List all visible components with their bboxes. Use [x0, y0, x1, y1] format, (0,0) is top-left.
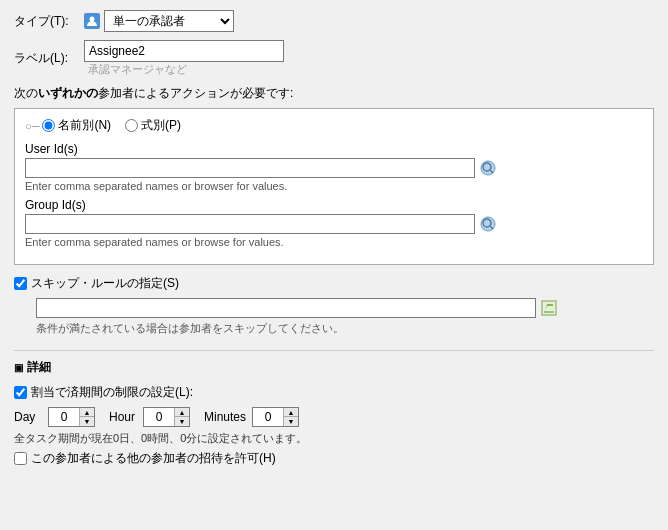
radio-name-input[interactable]: [42, 119, 55, 132]
radio-group-box: ○─ 名前別(N) 式別(P) User Id(s) Enter comma s…: [14, 108, 654, 265]
type-select[interactable]: 単一の承認者: [104, 10, 234, 32]
skip-rule-checkbox-row: スキップ・ルールの指定(S): [14, 275, 654, 292]
minutes-spinner: ▲ ▼: [252, 407, 299, 427]
group-id-input-row: [25, 214, 643, 234]
hour-input[interactable]: [144, 408, 174, 426]
day-label: Day: [14, 410, 42, 424]
hour-down-button[interactable]: ▼: [175, 417, 189, 426]
details-title: ▣ 詳細: [14, 359, 654, 376]
group-id-label: Group Id(s): [25, 198, 643, 212]
type-icon: [84, 13, 100, 29]
svg-point-0: [90, 17, 95, 22]
day-spinner-buttons: ▲ ▼: [79, 408, 94, 426]
type-row: タイプ(T): 単一の承認者: [14, 10, 654, 32]
hour-spinner: ▲ ▼: [143, 407, 190, 427]
minutes-up-button[interactable]: ▲: [284, 408, 298, 417]
radio-formula: 式別(P): [125, 117, 181, 134]
radio-name-label: 名前別(N): [58, 117, 111, 134]
skip-hint: 条件が満たされている場合は参加者をスキップしてください。: [36, 321, 654, 336]
skip-rule-checkbox-label: スキップ・ルールの指定(S): [31, 275, 179, 292]
minutes-input[interactable]: [253, 408, 283, 426]
user-id-input-row: [25, 158, 643, 178]
section-desc-bold: いずれかの: [38, 86, 98, 100]
collapse-icon: ▣: [14, 362, 23, 373]
time-limit-label: 割当で済期間の制限の設定(L):: [31, 384, 193, 401]
user-id-input[interactable]: [25, 158, 475, 178]
hour-spinner-buttons: ▲ ▼: [174, 408, 189, 426]
hour-up-button[interactable]: ▲: [175, 408, 189, 417]
label-input[interactable]: [84, 40, 284, 62]
radio-formula-input[interactable]: [125, 119, 138, 132]
time-limit-checkbox[interactable]: [14, 386, 27, 399]
group-id-browse-icon[interactable]: [479, 215, 497, 233]
label-row: ラベル(L): 承認マネージャなど: [14, 40, 654, 77]
radio-legend: ○─ 名前別(N) 式別(P): [25, 117, 643, 134]
invite-label: この参加者による他の参加者の招待を許可(H): [31, 450, 276, 467]
user-id-field: User Id(s) Enter comma separated names o…: [25, 142, 643, 192]
minutes-spinner-buttons: ▲ ▼: [283, 408, 298, 426]
details-section: ▣ 詳細 割当で済期間の制限の設定(L): Day ▲ ▼ Hour ▲ ▼ M…: [14, 350, 654, 467]
minutes-down-button[interactable]: ▼: [284, 417, 298, 426]
label-input-wrapper: 承認マネージャなど: [84, 40, 284, 77]
type-label: タイプ(T):: [14, 13, 84, 30]
user-id-label: User Id(s): [25, 142, 643, 156]
skip-rule-checkbox[interactable]: [14, 277, 27, 290]
time-limit-row: Day ▲ ▼ Hour ▲ ▼ Minutes ▲ ▼: [14, 407, 654, 427]
group-id-input[interactable]: [25, 214, 475, 234]
time-limit-checkbox-row: 割当で済期間の制限の設定(L):: [14, 384, 654, 401]
edit-icon[interactable]: [540, 299, 558, 317]
user-id-hint: Enter comma separated names or browser f…: [25, 180, 643, 192]
skip-rule-input-row: [36, 298, 654, 318]
section-description: 次のいずれかの参加者によるアクションが必要です:: [14, 85, 654, 102]
hour-label: Hour: [109, 410, 137, 424]
type-select-wrapper: 単一の承認者: [84, 10, 234, 32]
skip-rule-box: スキップ・ルールの指定(S) 条件が満たされている場合は参加者をスキップしてくだ…: [14, 275, 654, 336]
label-label: ラベル(L):: [14, 50, 84, 67]
day-down-button[interactable]: ▼: [80, 417, 94, 426]
day-spinner: ▲ ▼: [48, 407, 95, 427]
day-up-button[interactable]: ▲: [80, 408, 94, 417]
skip-rule-input[interactable]: [36, 298, 536, 318]
group-id-hint: Enter comma separated names or browse fo…: [25, 236, 643, 248]
radio-formula-label: 式別(P): [141, 117, 181, 134]
svg-rect-7: [542, 301, 556, 315]
minutes-label: Minutes: [204, 410, 246, 424]
day-input[interactable]: [49, 408, 79, 426]
user-id-browse-icon[interactable]: [479, 159, 497, 177]
time-info: 全タスク期間が現在0日、0時間、0分に設定されています。: [14, 431, 654, 446]
group-id-field: Group Id(s) Enter comma separated names …: [25, 198, 643, 248]
invite-checkbox[interactable]: [14, 452, 27, 465]
invite-checkbox-row: この参加者による他の参加者の招待を許可(H): [14, 450, 654, 467]
radio-name: ○─ 名前別(N): [25, 117, 111, 134]
label-placeholder-hint: 承認マネージャなど: [88, 62, 284, 77]
